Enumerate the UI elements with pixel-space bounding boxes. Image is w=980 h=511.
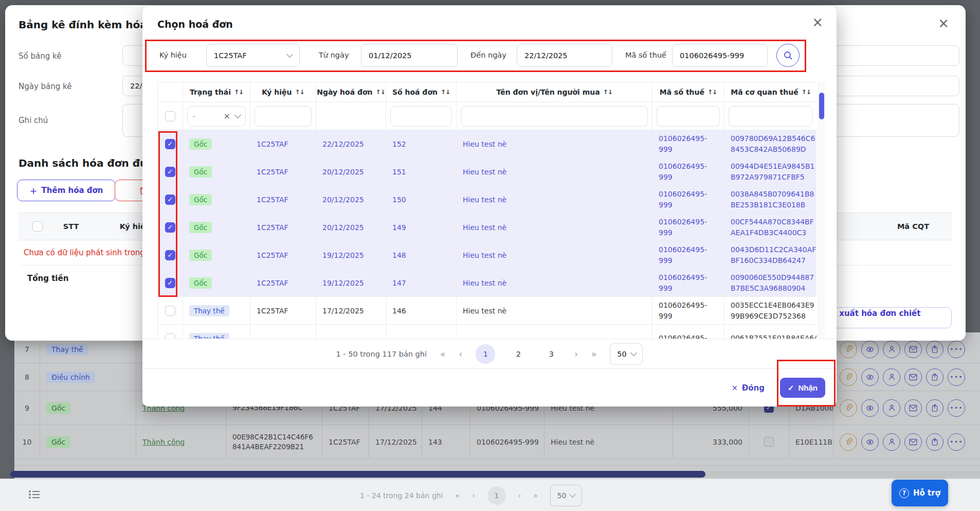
mst-column-filter[interactable] — [657, 106, 720, 127]
invoice-row[interactable]: Gốc 1C25TAF 22/12/2025 152 Hieu test nè … — [158, 130, 816, 158]
export-icon[interactable] — [926, 368, 943, 386]
col-ngay[interactable]: Ngày hoá đơn↑↓ — [316, 82, 386, 102]
last-page-button[interactable]: » — [533, 491, 538, 500]
invoice-row[interactable]: Thay thế 0106026495- 0061B7551E01B84EA6A — [158, 325, 816, 339]
attach-icon[interactable] — [840, 368, 857, 386]
cell-kyhieu: 1C25TAF — [250, 158, 316, 185]
page-1-button[interactable]: 1 — [476, 344, 495, 364]
select-all-checkbox[interactable] — [32, 221, 43, 232]
invoice-row[interactable]: Gốc 1C25TAF 20/12/2025 151 Hieu test nè … — [158, 158, 816, 186]
more-actions-icon[interactable]: ••• — [948, 399, 965, 417]
attach-icon[interactable] — [840, 399, 857, 417]
col-so[interactable]: Số hoá đơn↑↓ — [386, 82, 457, 102]
prev-page-button[interactable]: ‹ — [459, 349, 462, 359]
email-icon[interactable] — [904, 368, 922, 386]
close-button[interactable]: ✕ Đóng — [732, 383, 765, 393]
mst-filter-input[interactable]: 0106026495-999 — [672, 44, 768, 67]
row-checkbox[interactable] — [165, 250, 175, 260]
search-button[interactable] — [776, 44, 800, 67]
add-invoice-button[interactable]: + Thêm hóa đơn — [17, 180, 116, 201]
cell-kyhieu: 1C25TAF — [250, 186, 316, 213]
view-icon[interactable] — [861, 399, 879, 417]
view-icon[interactable] — [861, 341, 879, 358]
view-icon[interactable] — [861, 433, 879, 451]
row-checkbox[interactable] — [165, 278, 175, 288]
col-cqt[interactable]: Mã cơ quan thuế↑↓ — [724, 82, 816, 102]
tungay-filter-input[interactable]: 01/12/2025 — [361, 44, 458, 67]
row-checkbox[interactable] — [165, 139, 175, 149]
sort-icon[interactable]: ↑↓ — [295, 89, 304, 96]
sort-icon[interactable]: ↑↓ — [376, 89, 385, 96]
invoice-row[interactable]: Gốc 1C25TAF 19/12/2025 147 Hieu test nè … — [158, 269, 816, 297]
so-column-filter[interactable] — [390, 106, 452, 127]
col-trangthai[interactable]: Trạng thái↑↓ — [183, 82, 250, 102]
col-ten[interactable]: Tên đơn vị/Tên người mua↑↓ — [457, 82, 652, 102]
view-icon[interactable] — [861, 368, 879, 386]
help-button[interactable]: ? Hỗ trợ — [892, 480, 948, 506]
first-page-button[interactable]: « — [456, 491, 460, 500]
row-checkbox[interactable] — [764, 437, 774, 447]
more-actions-icon[interactable]: ••• — [948, 341, 965, 358]
select-all-checkbox[interactable] — [165, 111, 175, 121]
vertical-scrollbar-thumb[interactable] — [819, 93, 824, 119]
assign-icon[interactable] — [883, 399, 900, 417]
cell-ngay: 17/12/2025 — [316, 297, 386, 324]
issue-status-link[interactable]: Thành công — [142, 438, 185, 446]
first-page-button[interactable]: « — [440, 349, 445, 359]
next-page-button[interactable]: › — [518, 491, 521, 500]
close-icon[interactable]: × — [938, 16, 949, 30]
vertical-scrollbar-track[interactable] — [818, 82, 825, 339]
accept-button[interactable]: ✓ Nhận — [780, 378, 825, 398]
invoice-row[interactable]: Thay thế 1C25TAF 17/12/2025 146 Hieu tes… — [158, 297, 816, 325]
col-mst[interactable]: Mã số thuế↑↓ — [652, 82, 724, 102]
row-checkbox[interactable] — [165, 333, 175, 339]
prev-page-button[interactable]: ‹ — [472, 491, 475, 500]
col-kyhieu[interactable]: Ký hiệu↑↓ — [250, 82, 316, 102]
export-icon[interactable] — [926, 399, 943, 417]
page-number[interactable]: 1 — [487, 486, 506, 505]
row-checkbox[interactable] — [165, 306, 175, 316]
email-icon[interactable] — [904, 341, 922, 358]
list-view-icon[interactable] — [29, 489, 40, 500]
sort-icon[interactable]: ↑↓ — [603, 89, 612, 96]
horizontal-scrollbar-thumb[interactable] — [10, 471, 705, 478]
clear-icon[interactable]: × — [224, 111, 230, 121]
sort-icon[interactable]: ↑↓ — [707, 89, 717, 96]
denngay-filter-input[interactable]: 22/12/2025 — [517, 44, 612, 67]
more-actions-icon[interactable]: ••• — [948, 433, 965, 451]
assign-icon[interactable] — [883, 433, 900, 451]
invoice-row[interactable]: Gốc 1C25TAF 20/12/2025 150 Hieu test nè … — [158, 186, 816, 214]
page-3-button[interactable]: 3 — [541, 344, 561, 364]
sort-icon[interactable]: ↑↓ — [234, 89, 243, 96]
last-page-button[interactable]: » — [591, 349, 596, 359]
kyhieu-filter-select[interactable]: 1C25TAF — [206, 44, 300, 67]
page-size-select[interactable]: 50 — [610, 343, 643, 365]
sort-icon[interactable]: ↑↓ — [802, 89, 811, 96]
email-icon[interactable] — [904, 433, 922, 451]
status-filter-select[interactable]: - × — [187, 106, 246, 127]
invoice-row[interactable]: Gốc 1C25TAF 20/12/2025 149 Hieu test nè … — [158, 214, 816, 241]
assign-icon[interactable] — [883, 341, 900, 358]
status-badge: Gốc — [189, 166, 212, 178]
modal-close-icon[interactable]: × — [812, 15, 823, 29]
cqt-column-filter[interactable] — [729, 106, 813, 127]
row-checkbox[interactable] — [165, 195, 175, 205]
attach-icon[interactable] — [840, 341, 857, 358]
table-row[interactable]: 10 Gốc Thành công 00E98C42B1C14C46F6841A… — [14, 425, 980, 459]
export-icon[interactable] — [926, 341, 943, 358]
invoice-row[interactable]: Gốc 1C25TAF 19/12/2025 148 Hieu test nè … — [158, 241, 816, 269]
export-icon[interactable] — [926, 433, 943, 451]
sort-icon[interactable]: ↑↓ — [441, 89, 450, 96]
email-icon[interactable] — [904, 399, 922, 417]
row-checkbox[interactable] — [165, 222, 175, 233]
next-page-button[interactable]: › — [574, 349, 578, 359]
page-size-select[interactable]: 50 — [550, 485, 582, 506]
assign-icon[interactable] — [883, 368, 900, 386]
page-2-button[interactable]: 2 — [509, 344, 528, 364]
kyhieu-column-filter[interactable] — [255, 106, 312, 127]
ten-column-filter[interactable] — [461, 106, 648, 127]
cell-ten: Hieu test nè — [457, 130, 652, 157]
more-actions-icon[interactable]: ••• — [948, 368, 965, 386]
row-checkbox[interactable] — [165, 167, 175, 177]
attach-icon[interactable] — [840, 433, 857, 451]
